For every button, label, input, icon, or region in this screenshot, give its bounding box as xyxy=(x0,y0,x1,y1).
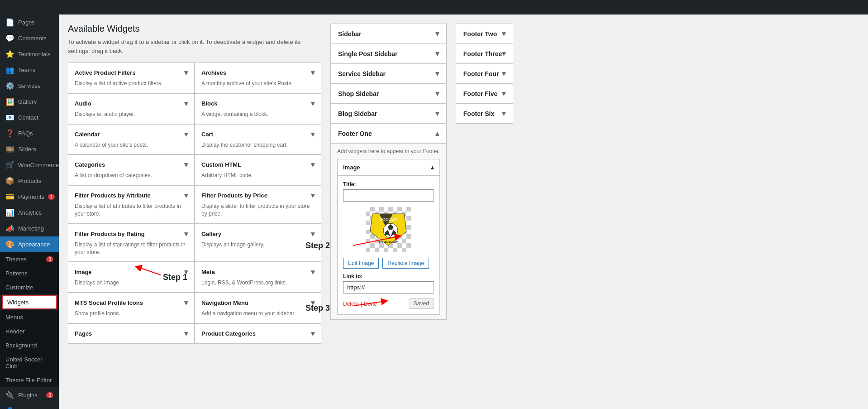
sidebar-item-plugins[interactable]: 🔌Plugins3 xyxy=(0,387,59,403)
sidebar-area-header[interactable]: Sidebar▾ xyxy=(331,24,446,43)
sidebar-area-header[interactable]: Shop Sidebar▾ xyxy=(331,84,446,103)
widget-name: Active Product Filters xyxy=(75,69,135,76)
widget-item[interactable]: Gallery▾Displays an image gallery. xyxy=(195,224,321,262)
widget-item[interactable]: MTS Social Profile Icons▾Show profile ic… xyxy=(68,293,195,323)
sidebar-item-appearance[interactable]: 🎨Appearance xyxy=(0,236,59,252)
done-link[interactable]: Done xyxy=(364,301,377,307)
widget-item[interactable]: Audio▾Displays an audio player. xyxy=(68,93,195,124)
footer-area-header[interactable]: Footer Four▾ xyxy=(456,64,513,83)
footer-area-footer-six: Footer Six▾ xyxy=(456,104,514,124)
delete-link[interactable]: Delete xyxy=(343,301,359,307)
widget-item[interactable]: Product Categories▾ xyxy=(195,323,321,344)
widget-item[interactable]: Categories▾A list or dropdown of categor… xyxy=(68,154,195,185)
topbar xyxy=(59,0,868,14)
sidebar-item-sliders[interactable]: 🎞️Sliders xyxy=(0,141,59,157)
widget-name: MTS Social Profile Icons xyxy=(75,299,143,306)
sidebar-item-menus[interactable]: Menus xyxy=(0,310,59,324)
sidebar-item-woocommerce[interactable]: 🛒WooCommerce xyxy=(0,157,59,173)
edit-image-button[interactable]: Edit Image xyxy=(343,258,379,269)
footer-area-header[interactable]: Footer Five▾ xyxy=(456,84,513,103)
chevron-down-icon: ▾ xyxy=(311,130,315,139)
title-input[interactable] xyxy=(343,189,434,202)
sidebar-item-contact[interactable]: 📧Contact xyxy=(0,110,59,125)
widget-name: Categories xyxy=(75,161,105,168)
products-label: Products xyxy=(18,178,41,184)
widget-item[interactable]: Meta▾Login, RSS, & WordPress.org links. xyxy=(195,262,321,293)
sidebar-item-themes[interactable]: Themes3 xyxy=(0,252,59,266)
widget-name: Cart xyxy=(201,131,213,138)
sidebar-item-teams[interactable]: 👥Teams xyxy=(0,62,59,78)
sidebar-item-faqs[interactable]: ❓FAQs xyxy=(0,125,59,141)
sidebar-item-header[interactable]: Header xyxy=(0,324,59,338)
replace-image-button[interactable]: Replace Image xyxy=(382,258,429,269)
sidebar-area-name: Blog Sidebar xyxy=(338,110,377,117)
chevron-down-icon: ▾ xyxy=(311,230,315,238)
plugins-label: Plugins xyxy=(18,392,38,399)
theme-file-editor-label: Theme File Editor xyxy=(5,377,52,384)
sidebar-item-united-soccer[interactable]: United Soccer Club xyxy=(0,352,59,373)
widget-item[interactable]: Filter Products by Attribute▾Display a l… xyxy=(68,185,195,224)
sidebar-item-products[interactable]: 📦Products xyxy=(0,173,59,189)
widget-item[interactable]: Navigation Menu▾Add a navigation menu to… xyxy=(195,293,321,323)
widget-item[interactable]: Custom HTML▾Arbitrary HTML code. xyxy=(195,154,321,185)
widget-desc: A calendar of your site's posts. xyxy=(75,141,188,149)
sidebar-item-testimonials[interactable]: ⭐Testimonials xyxy=(0,46,59,62)
sidebar-item-payments[interactable]: 💳Payments1 xyxy=(0,189,59,205)
chevron-down-icon: ▾ xyxy=(184,160,188,169)
payments-badge: 1 xyxy=(48,194,55,200)
sidebar-area-header[interactable]: Single Post Sidebar▾ xyxy=(331,44,446,63)
widget-item[interactable]: Filter Products by Price▾Display a slide… xyxy=(195,185,321,224)
sidebar-item-pages[interactable]: 📄Pages xyxy=(0,14,59,30)
widget-item[interactable]: Archives▾A monthly archive of your site'… xyxy=(195,63,321,93)
sidebar-item-marketing[interactable]: 📣Marketing xyxy=(0,221,59,236)
sidebar-area-header[interactable]: Blog Sidebar▾ xyxy=(331,104,446,123)
sidebar-area-shop-sidebar: Shop Sidebar▾ xyxy=(330,84,447,104)
teams-icon: 👥 xyxy=(5,66,14,74)
footer-area-footer-four: Footer Four▾ xyxy=(456,64,514,84)
widget-item[interactable]: Filter Products by Rating▾Display a list… xyxy=(68,224,195,262)
sidebars-panel: Sidebar▾Single Post Sidebar▾Service Side… xyxy=(330,24,447,344)
pages-icon: 📄 xyxy=(5,18,14,27)
background-label: Background xyxy=(5,342,37,349)
chevron-down-icon: ▾ xyxy=(184,230,188,238)
footer-area-header[interactable]: Footer Six▾ xyxy=(456,104,513,123)
footer-panel: Footer Two▾Footer Three▾Footer Four▾Foot… xyxy=(456,24,514,344)
footer-area-header[interactable]: Footer Three▾ xyxy=(456,44,513,63)
footer-area-header[interactable]: Footer Two▾ xyxy=(456,24,513,43)
widget-item[interactable]: Pages▾ xyxy=(68,323,195,344)
sidebar-area-header[interactable]: Service Sidebar▾ xyxy=(331,64,446,83)
sidebar-item-patterns[interactable]: Patterns xyxy=(0,266,59,280)
faqs-icon: ❓ xyxy=(5,129,14,138)
plugins-icon: 🔌 xyxy=(5,391,14,399)
sidebar-area-name: Single Post Sidebar xyxy=(338,50,397,58)
sidebar-item-comments[interactable]: 💬Comments xyxy=(0,30,59,46)
patterns-label: Patterns xyxy=(5,270,27,277)
sidebar-item-services[interactable]: ⚙️Services xyxy=(0,78,59,94)
sliders-icon: 🎞️ xyxy=(5,145,14,154)
sidebar-item-users[interactable]: 👤Users xyxy=(0,403,59,409)
sidebar-area-sidebar: Sidebar▾ xyxy=(330,24,447,44)
widget-item[interactable]: Active Product Filters▾Display a list of… xyxy=(68,63,195,93)
sidebar-item-analytics[interactable]: 📊Analytics xyxy=(0,205,59,221)
sidebar-item-customize[interactable]: Customize xyxy=(0,280,59,294)
widget-item[interactable]: Calendar▾A calendar of your site's posts… xyxy=(68,124,195,155)
widget-name: Product Categories xyxy=(201,330,256,337)
footer-area-footer-two: Footer Two▾ xyxy=(456,24,514,44)
widget-item[interactable]: Cart▾Display the customer shopping cart. xyxy=(195,124,321,155)
sidebar-item-theme-file-editor[interactable]: Theme File Editor xyxy=(0,373,59,387)
image-widget-name: Image xyxy=(343,164,360,171)
widgets-grid: Active Product Filters▾Display a list of… xyxy=(68,63,321,344)
link-input[interactable] xyxy=(343,281,434,294)
sidebar-item-background[interactable]: Background xyxy=(0,338,59,352)
footer-area-name: Footer Three xyxy=(463,50,502,58)
footer-one-header[interactable]: Footer One▴ xyxy=(331,124,446,144)
sidebar-item-widgets[interactable]: Widgets xyxy=(2,295,57,309)
sidebar: 📄Pages💬Comments⭐Testimonials👥Teams⚙️Serv… xyxy=(0,0,59,409)
widget-item[interactable]: Image▾Displays an image. xyxy=(68,262,195,293)
image-widget-header[interactable]: Image▴ xyxy=(338,159,439,176)
sidebar-item-gallery[interactable]: 🖼️Gallery xyxy=(0,94,59,110)
payments-icon: 💳 xyxy=(5,192,14,201)
menus-label: Menus xyxy=(5,314,23,321)
widget-item[interactable]: Block▾A widget containing a block. xyxy=(195,93,321,124)
widget-desc: Add a navigation menu to your sidebar. xyxy=(201,310,315,318)
